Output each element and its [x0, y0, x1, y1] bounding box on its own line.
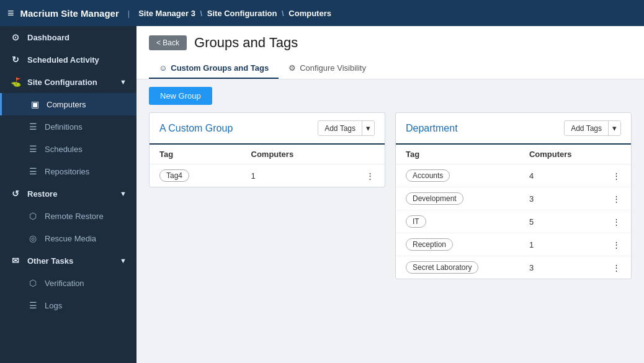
row-actions-button[interactable]: ⋮ — [602, 164, 631, 187]
tag-badge: Reception — [406, 238, 453, 251]
computers-label: Computers — [47, 100, 86, 109]
group-card-department: Department Add Tags ▾ Tag Computers — [395, 112, 632, 279]
tag-badge: Secret Laboratory — [406, 261, 478, 274]
computers-cell: 4 — [519, 164, 602, 187]
logs-icon: ☰ — [27, 300, 38, 310]
sidebar: ⊙ Dashboard ↻ Scheduled Activity ⛳ Site … — [0, 26, 136, 363]
row-actions-button[interactable]: ⋮ — [356, 164, 385, 187]
sidebar-item-logs[interactable]: ☰ Logs — [0, 294, 136, 316]
site-configuration-icon: ⛳ — [10, 77, 21, 87]
sidebar-item-restore[interactable]: ↺ Restore ▼ — [0, 182, 136, 205]
col-header-actions-dept — [602, 145, 631, 164]
schedules-label: Schedules — [45, 145, 83, 154]
table-row: Accounts4⋮ — [396, 164, 631, 187]
col-header-tag-dept: Tag — [396, 145, 519, 164]
computers-cell: 3 — [519, 256, 602, 279]
add-tags-dropdown-a-custom-group[interactable]: ▾ — [362, 121, 374, 135]
tag-cell: Accounts — [396, 164, 519, 187]
col-header-computers-dept: Computers — [519, 145, 602, 164]
rescue-media-label: Rescue Media — [45, 234, 96, 243]
new-group-button[interactable]: New Group — [149, 87, 212, 105]
groups-container: A Custom Group Add Tags ▾ Tag Computers — [136, 112, 644, 363]
table-row: Development3⋮ — [396, 187, 631, 210]
computers-cell: 1 — [519, 233, 602, 256]
sidebar-item-dashboard[interactable]: ⊙ Dashboard — [0, 26, 136, 48]
group-table-header-row-dept: Tag Computers — [396, 145, 631, 164]
tag-badge: Development — [406, 192, 463, 205]
custom-groups-tab-label: Custom Groups and Tags — [171, 63, 269, 73]
add-tags-group-a-custom-group: Add Tags ▾ — [318, 120, 375, 136]
table-row: Tag41⋮ — [150, 164, 385, 187]
menu-icon[interactable]: ≡ — [7, 7, 14, 20]
restore-label: Restore — [27, 189, 57, 199]
computers-cell: 5 — [519, 210, 602, 233]
row-actions-button[interactable]: ⋮ — [602, 210, 631, 233]
sidebar-item-computers[interactable]: ▣ Computers — [0, 93, 136, 115]
configure-visibility-tab-label: Configure Visibility — [300, 63, 366, 73]
add-tags-button-a-custom-group[interactable]: Add Tags — [318, 122, 362, 135]
group-name-department: Department — [406, 123, 458, 134]
add-tags-button-department[interactable]: Add Tags — [565, 122, 608, 135]
tab-configure-visibility[interactable]: ⚙ Configure Visibility — [279, 58, 376, 79]
topbar: ≡ Macrium Site Manager | Site Manager 3 … — [0, 0, 644, 26]
verification-icon: ⬡ — [27, 278, 38, 288]
other-tasks-chevron: ▼ — [120, 257, 127, 264]
remote-restore-icon: ⬡ — [27, 211, 38, 221]
tag-cell: Secret Laboratory — [396, 256, 519, 279]
schedules-icon: ☰ — [27, 144, 38, 154]
sidebar-item-other-tasks[interactable]: ✉ Other Tasks ▼ — [0, 249, 136, 272]
breadcrumb: Site Manager 3 \ Site Configuration \ Co… — [138, 9, 331, 18]
group-card-header-department: Department Add Tags ▾ — [396, 113, 631, 145]
sidebar-item-scheduled-activity[interactable]: ↻ Scheduled Activity — [0, 48, 136, 71]
logs-label: Logs — [45, 301, 62, 310]
toolbar: New Group — [136, 79, 644, 112]
tag-badge: IT — [406, 215, 426, 228]
sidebar-item-rescue-media[interactable]: ◎ Rescue Media — [0, 227, 136, 249]
other-tasks-label: Other Tasks — [27, 256, 73, 266]
sidebar-item-schedules[interactable]: ☰ Schedules — [0, 138, 136, 160]
row-actions-button[interactable]: ⋮ — [602, 233, 631, 256]
tab-custom-groups[interactable]: ☺ Custom Groups and Tags — [149, 58, 279, 79]
group-card-header-a-custom-group: A Custom Group Add Tags ▾ — [150, 113, 385, 145]
tag-cell: Development — [396, 187, 519, 210]
sidebar-item-repositories[interactable]: ☰ Repositories — [0, 160, 136, 182]
table-row: Reception1⋮ — [396, 233, 631, 256]
page-header: < Back Groups and Tags ☺ Custom Groups a… — [136, 26, 644, 79]
col-header-tag: Tag — [150, 145, 241, 164]
rescue-media-icon: ◎ — [27, 233, 38, 243]
repositories-icon: ☰ — [27, 166, 38, 176]
app-title: Macrium Site Manager — [20, 8, 119, 19]
page-title: Groups and Tags — [194, 35, 298, 51]
page-header-top: < Back Groups and Tags — [149, 35, 632, 51]
group-card-a-custom-group: A Custom Group Add Tags ▾ Tag Computers — [149, 112, 385, 187]
back-button[interactable]: < Back — [149, 35, 187, 50]
remote-restore-label: Remote Restore — [45, 212, 104, 221]
other-tasks-icon: ✉ — [10, 256, 21, 266]
scheduled-activity-label: Scheduled Activity — [27, 55, 99, 65]
computers-cell: 3 — [519, 187, 602, 210]
dashboard-icon: ⊙ — [10, 32, 21, 42]
site-configuration-chevron: ▼ — [120, 78, 127, 86]
col-header-computers: Computers — [241, 145, 356, 164]
group-name-a-custom-group: A Custom Group — [159, 123, 233, 134]
tag-badge: Accounts — [406, 169, 450, 182]
definitions-icon: ☰ — [27, 122, 38, 132]
restore-chevron: ▼ — [120, 190, 127, 197]
table-row: Secret Laboratory3⋮ — [396, 256, 631, 279]
tag-cell: Reception — [396, 233, 519, 256]
definitions-label: Definitions — [45, 122, 83, 132]
row-actions-button[interactable]: ⋮ — [602, 187, 631, 210]
sidebar-item-remote-restore[interactable]: ⬡ Remote Restore — [0, 205, 136, 227]
tag-badge: Tag4 — [159, 169, 189, 182]
repositories-label: Repositories — [45, 167, 89, 176]
sidebar-item-definitions[interactable]: ☰ Definitions — [0, 115, 136, 138]
add-tags-dropdown-department[interactable]: ▾ — [608, 121, 620, 135]
add-tags-group-department: Add Tags ▾ — [564, 120, 621, 136]
topbar-separator: | — [128, 9, 130, 18]
group-table-department: Tag Computers Accounts4⋮Development3⋮IT5… — [396, 145, 631, 279]
sidebar-item-verification[interactable]: ⬡ Verification — [0, 272, 136, 294]
sidebar-item-site-configuration[interactable]: ⛳ Site Configuration ▼ — [0, 71, 136, 93]
main-layout: ⊙ Dashboard ↻ Scheduled Activity ⛳ Site … — [0, 26, 644, 363]
configure-visibility-tab-icon: ⚙ — [288, 63, 296, 73]
row-actions-button[interactable]: ⋮ — [602, 256, 631, 279]
